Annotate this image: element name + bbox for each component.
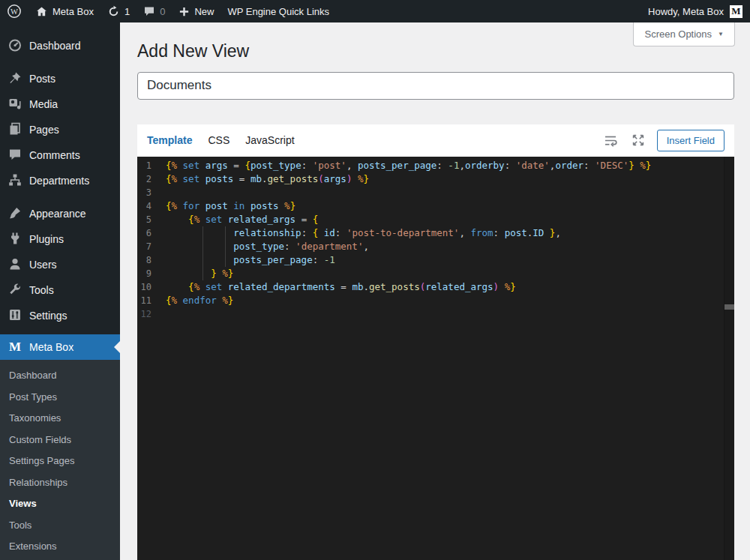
code-line[interactable]: 5 {% set related_args = { [137,213,734,226]
indent-guide [202,226,203,280]
submenu-item-extensions[interactable]: Extensions [0,536,120,558]
sidebar-item-appearance[interactable]: Appearance [0,201,120,226]
code-line[interactable]: 9 } %} [137,267,734,280]
comments-link[interactable]: 0 [136,0,172,22]
code-token: ( [318,173,324,184]
editor-scrollbar[interactable] [724,157,734,560]
code-token: ID [532,227,544,238]
sidebar-item-settings[interactable]: Settings [0,303,120,328]
tab-template[interactable]: Template [147,134,192,146]
code-token: = [335,281,352,292]
code-token: { [244,160,250,171]
submenu-item-relationships[interactable]: Relationships [0,472,120,494]
code-token: : [494,227,505,238]
wordpress-logo-menu[interactable]: W [0,0,28,22]
sidebar-item-plugins[interactable]: Plugins [0,226,120,252]
code-token: id [324,227,335,238]
user-icon [8,256,22,274]
sidebar-item-users[interactable]: Users [0,252,120,277]
submenu-item-views[interactable]: Views [0,493,120,515]
menu-separator [0,193,120,201]
code-editor[interactable]: 1{% set args = {post_type: 'post', posts… [137,157,734,560]
code-token: args [206,160,228,171]
code-token: . [262,173,268,184]
code-token [279,200,285,211]
metabox-logo-icon: M [8,340,22,355]
plug-icon [8,231,22,248]
plus-icon [178,6,190,17]
tab-javascript[interactable]: JavaScript [245,134,294,146]
code-line[interactable]: 7 post_type: 'department', [137,240,734,253]
code-token: 'department' [296,241,363,252]
view-title-input[interactable] [137,72,734,100]
code-token: } [228,268,234,279]
sidebar-item-comments[interactable]: Comments [0,142,120,168]
wpengine-quick-links[interactable]: WP Engine Quick Links [220,0,336,22]
updates-link[interactable]: 1 [100,0,136,22]
avatar: M [730,5,742,18]
sidebar-item-label: Settings [29,310,68,322]
code-token: related_args [425,281,493,292]
code-token: : [302,160,313,171]
line-number: 8 [137,253,166,267]
code-token: = [228,160,245,171]
sidebar-item-posts[interactable]: Posts [0,66,120,91]
sidebar-item-dashboard[interactable]: Dashboard [0,33,120,58]
code-line[interactable]: 12 [137,307,734,321]
code-line[interactable]: 10 {% set related_departments = mb.get_p… [137,280,734,294]
code-token: % [172,160,178,171]
word-wrap-icon[interactable] [603,133,620,148]
sidebar-item-label: Media [29,98,58,110]
screen-options-button[interactable]: Screen Options ▼ [633,22,735,46]
line-number: 9 [137,267,166,280]
admin-bar: W Meta Box 1 0 [0,0,750,22]
new-label: New [194,6,214,17]
submenu-item-settings-pages[interactable]: Settings Pages [0,451,120,472]
code-line[interactable]: 1{% set args = {post_type: 'post', posts… [137,159,734,172]
code-token: set [206,214,223,225]
sidebar-item-pages[interactable]: Pages [0,117,120,142]
submenu-item-taxonomies[interactable]: Taxonomies [0,408,120,430]
code-token: : [335,227,346,238]
code-token: post [505,227,527,238]
code-line[interactable]: 4{% for post in posts %} [137,199,734,213]
code-line[interactable]: 2{% set posts = mb.get_posts(args) %} [137,172,734,186]
new-content-menu[interactable]: New [172,0,220,22]
sidebar-item-media[interactable]: Media [0,91,120,117]
submenu-item-tools[interactable]: Tools [0,515,120,537]
sidebar-item-label: Pages [29,124,59,136]
submenu-item-custom-fields[interactable]: Custom Fields [0,430,120,451]
code-text: posts_per_page: -1 [166,253,335,267]
code-text: {% for post in posts %} [166,199,296,213]
tab-css[interactable]: CSS [208,134,230,146]
sidebar-item-meta-box[interactable]: M Meta Box [0,334,120,360]
insert-field-button[interactable]: Insert Field [657,130,724,151]
code-token [222,281,228,292]
code-token: { [166,173,172,184]
code-token: endfor [183,295,217,306]
code-token: } [510,281,516,292]
code-token: { [188,281,194,292]
code-line[interactable]: 3 [137,186,734,199]
code-token: get_posts [369,281,420,292]
fullscreen-icon[interactable] [631,133,646,148]
line-number: 3 [137,186,166,199]
account-menu[interactable]: Howdy, Meta Box M [648,0,750,22]
sidebar-item-tools[interactable]: Tools [0,277,120,303]
scrollbar-thumb[interactable] [724,304,734,310]
code-token [177,160,183,171]
code-token [200,214,206,225]
updates-count: 1 [124,6,130,17]
code-line[interactable]: 6 relationship: { id: 'post-to-departmen… [137,226,734,240]
sidebar-item-departments[interactable]: Departments [0,168,120,193]
code-line[interactable]: 8 posts_per_page: -1 [137,253,734,267]
code-token [166,254,233,265]
line-number: 4 [137,199,166,213]
code-token: related_args [228,214,296,225]
code-token [352,173,358,184]
code-line[interactable]: 11{% endfor %} [137,294,734,307]
site-name-link[interactable]: Meta Box [28,0,100,22]
meta-box-submenu: Dashboard Post Types Taxonomies Custom F… [0,360,120,560]
submenu-item-dashboard[interactable]: Dashboard [0,365,120,387]
submenu-item-post-types[interactable]: Post Types [0,387,120,409]
